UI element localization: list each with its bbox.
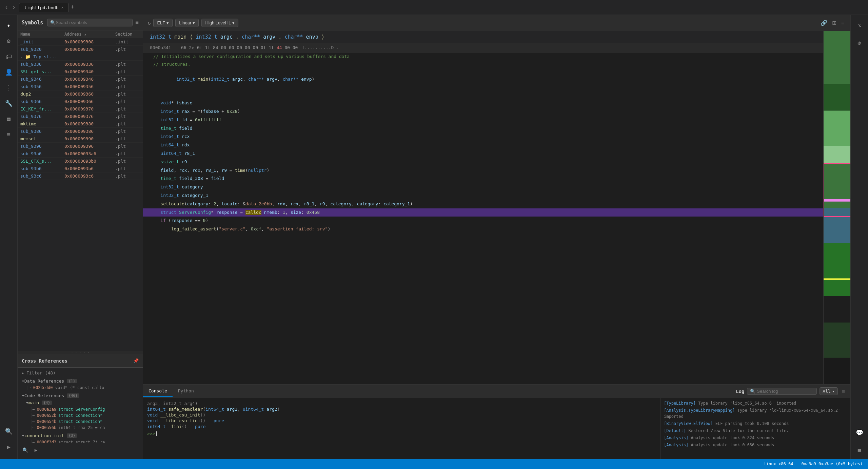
sym-name: memset xyxy=(20,136,64,141)
table-row[interactable]: sub_93b6 0x0000093b6 .plt xyxy=(18,165,143,172)
elf-button[interactable]: ELF ▾ xyxy=(153,19,173,27)
table-row[interactable]: sub_9336 0x000009336 .plt xyxy=(18,61,143,68)
xref-sub-item[interactable]: |← 0000a3a9 struct ServerConfig xyxy=(20,406,140,412)
table-row[interactable]: _init 0x000009308 .init xyxy=(18,38,143,46)
chevron-down-icon: ▾ xyxy=(26,400,28,405)
right-icon-layers[interactable]: ⊚ xyxy=(853,36,866,49)
sidebar-icon-terminal[interactable]: ▶ xyxy=(2,440,16,453)
dropdown-chevron: ▾ xyxy=(832,389,835,394)
sym-section: .plt xyxy=(115,174,140,179)
sidebar-icon-search[interactable]: 🔍 xyxy=(2,424,16,438)
code-line: void* fsbase xyxy=(143,99,823,107)
grid-icon-button[interactable]: ⊞ xyxy=(831,18,838,27)
add-tab-button[interactable]: + xyxy=(71,4,74,11)
tab-bar: ‹ › lighttpd.bndb × + xyxy=(0,0,868,15)
sidebar-icon-grid[interactable]: ▦ xyxy=(2,112,16,125)
resize-handle-symbols[interactable]: · · · · · xyxy=(18,351,143,354)
filter-label: Filter (48) xyxy=(26,370,56,375)
symbols-search-box[interactable]: 🔍 xyxy=(47,19,133,26)
back-button[interactable]: ‹ xyxy=(3,2,10,12)
sym-addr: 0x0000093c6 xyxy=(64,174,115,179)
log-area: [TypeLibrary] Type library 'libc_x86_64.… xyxy=(660,398,850,459)
log-content: [TypeLibrary] Type library 'libc_x86_64.… xyxy=(660,398,850,459)
table-row[interactable]: sub_9320 0x000009320 .plt xyxy=(18,46,143,53)
col-address: Address ▴ xyxy=(64,32,115,37)
code-area[interactable]: int32_t main ( int32_t argc , char** arg… xyxy=(143,31,823,384)
table-row[interactable]: dup2 0x000009360 .plt xyxy=(18,90,143,98)
symbols-header: Symbols 🔍 ≡ xyxy=(18,15,143,30)
menu-icon-button[interactable]: ≡ xyxy=(840,19,846,27)
table-row[interactable]: sub_9346 0x000009346 .plt xyxy=(18,76,143,83)
hlil-chevron: ▾ xyxy=(232,20,235,25)
symbols-title: Symbols xyxy=(22,20,43,26)
table-row[interactable]: sub_9356 0x000009356 .plt xyxy=(18,83,143,90)
tab-title: lighttpd.bndb xyxy=(24,5,59,10)
tab-python[interactable]: Python xyxy=(173,386,199,397)
log-menu-button[interactable]: ≡ xyxy=(841,387,846,396)
sidebar-icon-hash[interactable]: ✦ xyxy=(2,18,16,32)
xref-item[interactable]: |→ 0023cdd0 void* (* const callo xyxy=(20,385,140,391)
table-row[interactable]: sub_9376 0x000009376 .plt xyxy=(18,113,143,120)
table-row[interactable]: mktime 0x000009380 .plt xyxy=(18,120,143,128)
right-icon-scroll[interactable]: ≡ xyxy=(853,443,866,457)
table-row[interactable]: sub_9396 0x000009396 .plt xyxy=(18,143,143,150)
terminal-bottom-icon[interactable]: ▶ xyxy=(31,445,41,455)
sym-section: .plt xyxy=(115,91,140,97)
minimap[interactable] xyxy=(823,31,850,384)
console-input-line[interactable]: >>> xyxy=(147,430,656,437)
symbols-search-input[interactable] xyxy=(56,20,130,25)
console-area[interactable]: arg3, int32_t arg4) int64_t safe_memclea… xyxy=(143,398,660,459)
sidebar-icon-bug[interactable]: 🔧 xyxy=(2,96,16,110)
sym-addr: 0x000009336 xyxy=(64,62,115,67)
sym-addr: 0x000009370 xyxy=(64,106,115,111)
right-icon-chat[interactable]: 💬 xyxy=(853,426,866,439)
sidebar-icon-graph[interactable]: ⋮ xyxy=(2,81,16,94)
log-filter-dropdown[interactable]: All ▾ xyxy=(820,387,837,395)
log-line: [Analysis] Analysis update took 0.824 se… xyxy=(664,435,847,441)
connection-init-header[interactable]: ▾ connection_init {3} xyxy=(20,432,140,439)
sym-section: .plt xyxy=(115,62,140,67)
hlil-button[interactable]: High Level IL ▾ xyxy=(201,19,238,27)
symbols-menu-icon[interactable]: ≡ xyxy=(135,19,139,26)
active-tab[interactable]: lighttpd.bndb × xyxy=(19,3,68,12)
refresh-icon: ↻ xyxy=(148,20,151,26)
code-refs-header[interactable]: ▾ Code References {46} xyxy=(20,392,140,399)
cross-references-panel: Cross References 📌 ▸ Filter (48) ▾ Data … xyxy=(18,354,143,459)
table-row[interactable]: EC_KEY_fr... 0x000009370 .plt xyxy=(18,105,143,113)
link-icon-button[interactable]: 🔗 xyxy=(819,18,829,27)
data-refs-header[interactable]: ▾ Data References {1} xyxy=(20,378,140,385)
sym-addr: 0x000009308 xyxy=(64,39,115,44)
svg-rect-2 xyxy=(824,84,850,110)
code-line: time_t field_308 = field xyxy=(143,175,823,183)
code-blank xyxy=(143,90,823,99)
log-search-input[interactable] xyxy=(757,389,814,394)
table-row[interactable]: sub_93c6 0x0000093c6 .plt xyxy=(18,172,143,180)
search-bottom-icon[interactable]: 🔍 xyxy=(20,445,30,455)
table-row[interactable]: SSL_CTX_s... 0x00000093b0 .plt xyxy=(18,158,143,165)
xref-sub-item[interactable]: |← 0000a56b int64_t rax_25 = ca xyxy=(20,425,140,431)
log-search-box[interactable]: 🔍 xyxy=(747,388,817,395)
xref-sub-item[interactable]: |← 0000a54b struct Connection* xyxy=(20,419,140,425)
table-row[interactable]: sub_9366 0x000009366 .plt xyxy=(18,98,143,105)
table-row[interactable]: sub_93a6 0x00000093a6 .plt xyxy=(18,150,143,158)
right-icon-1[interactable]: ⌥ xyxy=(853,18,866,32)
sym-section: .plt xyxy=(115,159,140,164)
forward-button[interactable]: › xyxy=(10,2,18,12)
tab-close[interactable]: × xyxy=(61,5,64,10)
table-row[interactable]: ▸ 📁 Tcp-st... xyxy=(18,53,143,61)
linear-button[interactable]: Linear ▾ xyxy=(175,19,199,27)
table-row[interactable]: memset 0x000009390 .plt xyxy=(18,135,143,143)
tab-console[interactable]: Console xyxy=(143,386,173,397)
sidebar-icon-tag[interactable]: 🏷 xyxy=(2,49,16,63)
main-subsection[interactable]: ▾ main {4} xyxy=(20,399,140,406)
filter-row[interactable]: ▸ Filter (48) xyxy=(18,369,143,377)
sidebar-icon-layers[interactable]: ≡ xyxy=(2,127,16,141)
table-row[interactable]: SSL_get_s... 0x000009340 .plt xyxy=(18,68,143,76)
table-row[interactable]: sub_9386 0x000009386 .plt xyxy=(18,128,143,135)
xref-sub-item[interactable]: |← 0000f3d3 struct struct_7* ra xyxy=(20,439,140,443)
sidebar-icon-tool[interactable]: ⚙ xyxy=(2,34,16,47)
center-panel: ↻ ELF ▾ Linear ▾ High Level IL ▾ 🔗 ⊞ ≡ xyxy=(143,15,850,459)
xref-sub-item[interactable]: |← 0000a52b struct Connection* xyxy=(20,412,140,419)
console-line: void __libc_csu_fini() __pure xyxy=(147,418,656,423)
sidebar-icon-person[interactable]: 👤 xyxy=(2,65,16,79)
